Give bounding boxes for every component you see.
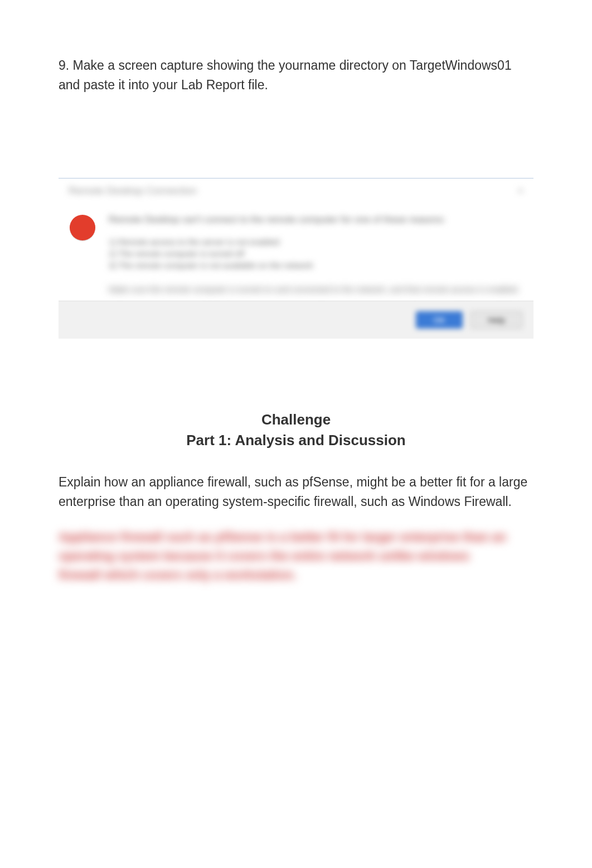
instruction-text: 9. Make a screen capture showing the you…	[59, 56, 533, 94]
error-reason-2: 2) The remote computer is turned off	[109, 248, 522, 259]
error-icon	[70, 215, 95, 240]
section-subtitle: Part 1: Analysis and Discussion	[59, 432, 533, 449]
close-icon[interactable]: ×	[517, 185, 523, 197]
answer-text-blurred: Appliance firewall such as pfSense is a …	[59, 528, 509, 585]
error-heading: Remote Desktop can't connect to the remo…	[109, 214, 522, 226]
question-text: Explain how an appliance firewall, such …	[59, 472, 533, 511]
error-instruction: Make sure the remote computer is turned …	[109, 283, 522, 295]
dialog-body: Remote Desktop can't connect to the remo…	[59, 204, 533, 301]
error-reason-1: 1) Remote access to the server is not en…	[109, 236, 522, 248]
help-button[interactable]: Help	[470, 311, 522, 329]
ok-button[interactable]: OK	[416, 311, 463, 329]
error-reason-3: 3) The remote computer is not available …	[109, 259, 522, 271]
error-details: 1) Remote access to the server is not en…	[109, 236, 522, 271]
section-headings: Challenge Part 1: Analysis and Discussio…	[59, 411, 533, 449]
dialog-content: Remote Desktop can't connect to the remo…	[109, 214, 522, 295]
dialog-titlebar: Remote Desktop Connection ×	[59, 179, 533, 204]
dialog-footer: OK Help	[59, 301, 533, 339]
dialog-title: Remote Desktop Connection	[69, 185, 197, 197]
rdp-error-dialog: Remote Desktop Connection × Remote Deskt…	[59, 178, 533, 339]
section-title: Challenge	[59, 411, 533, 428]
